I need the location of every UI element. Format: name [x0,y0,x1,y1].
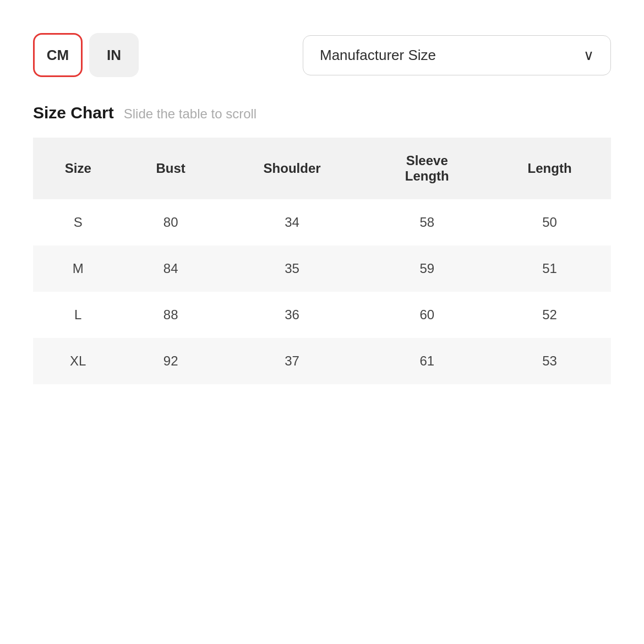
table-header-row: Size Bust Shoulder SleeveLength Length [33,138,611,199]
section-hint: Slide the table to scroll [124,106,256,122]
chevron-down-icon: ∨ [583,47,594,64]
cell-sleeve: 60 [365,292,488,338]
table-row: S80345850 [33,199,611,245]
table-row: M84355951 [33,245,611,292]
cell-sleeve: 58 [365,199,488,245]
cell-size: L [33,292,123,338]
cell-size: XL [33,338,123,384]
cell-bust: 80 [123,199,218,245]
unit-buttons: CM IN [33,33,139,77]
cm-button[interactable]: CM [33,33,83,77]
table-row: L88366052 [33,292,611,338]
cell-shoulder: 36 [219,292,365,338]
cell-shoulder: 35 [219,245,365,292]
in-button[interactable]: IN [89,33,139,77]
top-controls: CM IN Manufacturer Size ∨ [33,33,611,77]
cell-shoulder: 37 [219,338,365,384]
dropdown-label: Manufacturer Size [320,47,436,64]
cell-length: 50 [488,199,611,245]
col-header-bust: Bust [123,138,218,199]
cell-length: 53 [488,338,611,384]
cell-bust: 84 [123,245,218,292]
cell-sleeve: 61 [365,338,488,384]
size-chart-table: Size Bust Shoulder SleeveLength Length S… [33,138,611,384]
cell-length: 51 [488,245,611,292]
col-header-size: Size [33,138,123,199]
cell-bust: 88 [123,292,218,338]
col-header-length: Length [488,138,611,199]
section-title: Size Chart [33,103,114,122]
cell-bust: 92 [123,338,218,384]
col-header-shoulder: Shoulder [219,138,365,199]
section-header: Size Chart Slide the table to scroll [33,103,611,122]
cell-length: 52 [488,292,611,338]
col-header-sleeve-length: SleeveLength [365,138,488,199]
cell-size: M [33,245,123,292]
cell-size: S [33,199,123,245]
cell-sleeve: 59 [365,245,488,292]
table-row: XL92376153 [33,338,611,384]
cell-shoulder: 34 [219,199,365,245]
manufacturer-size-dropdown[interactable]: Manufacturer Size ∨ [303,35,611,75]
